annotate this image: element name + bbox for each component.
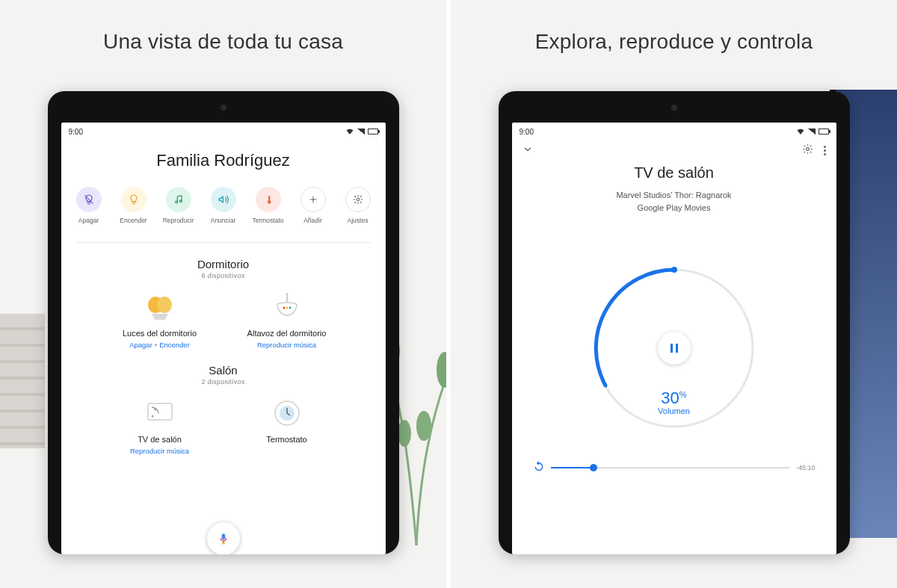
svg-point-6	[179, 200, 182, 202]
battery-icon	[819, 129, 829, 134]
device-name: Altavoz del dormitorio	[247, 329, 327, 338]
volume-label: Volumen	[585, 406, 764, 415]
thermo-icon	[256, 187, 281, 212]
rewind-icon[interactable]	[533, 460, 545, 474]
gear-icon	[345, 187, 371, 212]
tablet-frame-1: 9:00 Familia Rodríguez ApagarEncenderRep…	[48, 91, 399, 554]
status-time: 9:00	[69, 128, 83, 136]
wifi-icon	[345, 127, 354, 136]
room-name: Salón	[61, 364, 386, 377]
seek-progress	[551, 467, 594, 468]
action-off[interactable]: Apagar	[72, 187, 106, 224]
status-bar: 9:00	[61, 123, 386, 137]
speaker-icon	[271, 291, 303, 323]
svg-point-5	[175, 201, 177, 203]
svg-rect-14	[148, 403, 172, 420]
pause-button[interactable]	[658, 332, 691, 365]
svg-point-20	[806, 148, 809, 151]
status-time: 9:00	[520, 128, 534, 136]
signal-icon	[808, 129, 816, 134]
media-now-playing: Marvel Studios' Thor: Ragnarok Google Pl…	[512, 189, 836, 214]
action-announce[interactable]: Anunciar	[206, 187, 241, 224]
time-remaining: -45:10	[796, 464, 816, 471]
svg-point-13	[289, 307, 291, 309]
headline-1: Una vista de toda tu casa	[103, 30, 343, 54]
screen-1: 9:00 Familia Rodríguez ApagarEncenderRep…	[61, 123, 386, 554]
more-icon[interactable]	[824, 146, 826, 155]
bulb-on-icon	[121, 187, 147, 212]
action-label: Anunciar	[211, 217, 236, 224]
seek-track[interactable]	[551, 467, 790, 468]
note-icon	[166, 187, 191, 212]
tablet-camera	[221, 105, 226, 111]
panel-media: Explora, reproduce y controla 9:00	[446, 0, 897, 588]
device-row: Luces del dormitorioApagar•EncenderAltav…	[61, 291, 386, 349]
rooms-container: Dormitorio6 dispositivosLuces del dormit…	[61, 243, 386, 554]
device-name: Termostato	[266, 435, 306, 444]
device-action-link[interactable]: Reproducir música	[130, 447, 189, 455]
thermostat-icon	[271, 397, 303, 429]
announce-icon	[211, 187, 236, 212]
signal-icon	[357, 129, 365, 134]
tablet-camera	[671, 105, 677, 111]
assistant-mic-button[interactable]	[207, 522, 240, 554]
action-label: Termostato	[252, 217, 283, 224]
device-card[interactable]: Altavoz del dormitorioReproducir música	[242, 291, 332, 349]
settings-icon[interactable]	[802, 143, 813, 157]
room-device-count: 6 dispositivos	[61, 272, 386, 279]
media-source: Google Play Movies	[512, 202, 836, 214]
status-bar: 9:00	[512, 123, 836, 137]
quick-actions-row: ApagarEncenderReproducirAnunciarTermosta…	[61, 187, 386, 224]
action-thermo[interactable]: Termostato	[251, 187, 286, 224]
bg-shelf	[0, 314, 45, 448]
home-name: Familia Rodríguez	[61, 151, 386, 170]
media-device-title: TV de salón	[512, 164, 836, 182]
svg-point-11	[283, 307, 285, 309]
device-actions: Reproducir música	[257, 341, 316, 349]
collapse-icon[interactable]	[523, 144, 533, 157]
device-action-link[interactable]: Reproducir música	[257, 341, 316, 349]
device-name: TV de salón	[138, 435, 182, 444]
panel-home: Una vista de toda tu casa 9:00 Familia R…	[0, 0, 446, 588]
room-dormitorio: Dormitorio6 dispositivosLuces del dormit…	[61, 258, 386, 349]
action-label: Añadir	[303, 217, 322, 224]
plus-icon	[300, 187, 326, 212]
svg-point-1	[437, 352, 446, 388]
action-add[interactable]: Añadir	[296, 187, 330, 224]
bulb-off-icon	[76, 187, 102, 212]
wifi-icon	[796, 127, 805, 136]
volume-dial[interactable]: 30% Volumen	[585, 259, 764, 438]
device-actions: Apagar•Encender	[129, 341, 190, 349]
room-salón: Salón2 dispositivosTV de salónReproducir…	[61, 364, 386, 455]
device-card[interactable]: TV de salónReproducir música	[115, 397, 205, 455]
svg-point-9	[157, 297, 172, 313]
device-card[interactable]: Termostato	[242, 397, 332, 455]
action-play[interactable]: Reproducir	[161, 187, 196, 224]
media-track: Marvel Studios' Thor: Ragnarok	[512, 189, 836, 202]
device-actions: Reproducir música	[130, 447, 189, 455]
headline-2: Explora, reproduce y controla	[535, 30, 813, 54]
action-settings[interactable]: Ajustes	[341, 187, 375, 224]
action-on[interactable]: Encender	[117, 187, 151, 224]
svg-point-15	[151, 415, 153, 418]
media-topbar	[512, 137, 836, 157]
action-label: Ajustes	[348, 217, 369, 224]
tv-icon	[144, 397, 176, 429]
svg-point-7	[357, 198, 360, 201]
device-card[interactable]: Luces del dormitorioApagar•Encender	[115, 291, 205, 349]
battery-icon	[368, 129, 378, 134]
seek-thumb[interactable]	[590, 464, 597, 471]
action-label: Reproducir	[163, 217, 194, 224]
device-row: TV de salónReproducir músicaTermostato	[61, 397, 386, 455]
device-name: Luces del dormitorio	[123, 329, 197, 338]
action-label: Apagar	[78, 217, 99, 224]
svg-point-3	[398, 420, 411, 447]
room-name: Dormitorio	[61, 258, 386, 270]
device-action-link[interactable]: Apagar	[129, 341, 152, 349]
volume-percent: 30	[661, 389, 679, 407]
device-action-link[interactable]: Encender	[159, 341, 190, 349]
svg-point-22	[671, 267, 677, 273]
volume-readout: 30% Volumen	[585, 389, 764, 415]
action-label: Encender	[120, 217, 147, 224]
mic-icon	[217, 532, 230, 545]
